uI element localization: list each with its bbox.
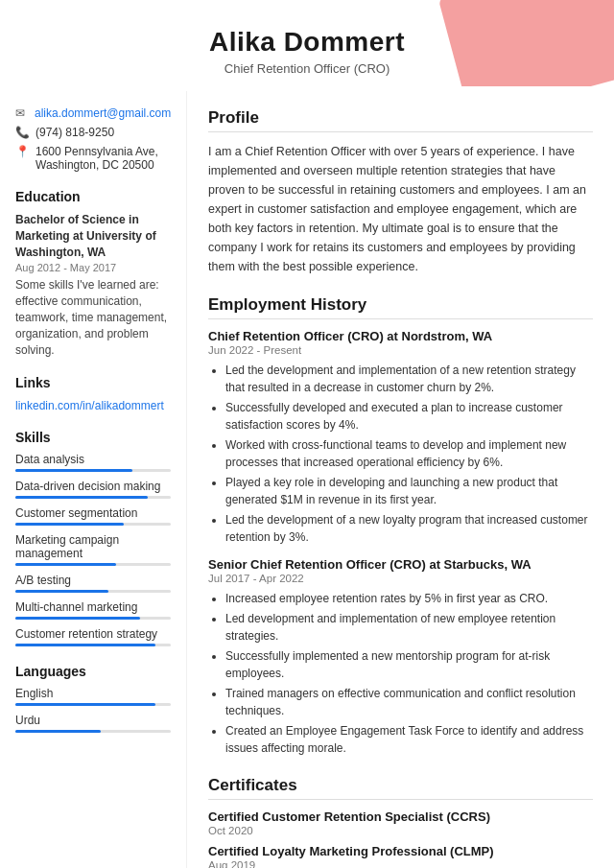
cert-date: Aug 2019 (208, 859, 593, 868)
phone-icon: 📞 (15, 126, 30, 139)
skill-label: Multi-channel marketing (15, 600, 171, 614)
job-bullet: Led the development and implementation o… (225, 362, 593, 396)
email-icon: ✉ (15, 106, 29, 120)
education-description: Some skills I've learned are: effective … (15, 277, 171, 358)
skill-item: Data analysis (15, 453, 171, 472)
language-label: English (15, 687, 171, 700)
job-bullet: Successfully implemented a new mentorshi… (225, 647, 593, 682)
skill-item: Customer segmentation (15, 506, 171, 526)
education-section: Education Bachelor of Science in Marketi… (15, 189, 171, 358)
skill-label: Data analysis (15, 453, 171, 466)
languages-list: English Urdu (15, 687, 171, 733)
profile-text: I am a Chief Retention Officer with over… (208, 142, 593, 276)
cert-date: Oct 2020 (208, 825, 593, 836)
skill-item: Multi-channel marketing (15, 600, 171, 620)
job-bullet: Led the development of a new loyalty pro… (225, 511, 593, 546)
job-title: Chief Retention Officer (CRO) at Nordstr… (208, 329, 593, 343)
language-label: Urdu (15, 714, 171, 727)
languages-section: Languages English Urdu (15, 664, 171, 733)
skill-bar-fill (15, 523, 124, 526)
contact-phone: 📞 (974) 818-9250 (15, 126, 171, 139)
skill-label: A/B testing (15, 574, 171, 587)
job-bullet: Led development and implementation of ne… (225, 610, 593, 645)
skill-bar (15, 523, 171, 526)
skill-bar (15, 644, 171, 646)
certificates-list: Certified Customer Retention Specialist … (208, 809, 593, 868)
language-bar (15, 703, 171, 706)
education-title: Education (15, 189, 171, 204)
language-bar-fill (15, 703, 155, 706)
skill-bar-fill (15, 644, 155, 646)
skill-bar-fill (15, 563, 116, 566)
skill-bar (15, 617, 171, 620)
languages-title: Languages (15, 664, 171, 679)
phone-text: (974) 818-9250 (35, 126, 114, 139)
education-degree: Bachelor of Science in Marketing at Univ… (15, 212, 171, 260)
skill-bar-fill (15, 469, 132, 472)
language-item: English (15, 687, 171, 706)
employment-list: Chief Retention Officer (CRO) at Nordstr… (208, 329, 593, 757)
contact-address: 📍 1600 Pennsylvania Ave, Washington, DC … (15, 145, 171, 172)
header-name: Alika Dommert (19, 27, 595, 58)
job-entry: Senior Chief Retention Officer (CRO) at … (208, 557, 593, 757)
employment-title: Employment History (208, 295, 593, 319)
job-bullet: Increased employee retention rates by 5%… (225, 590, 593, 607)
links-section: Links linkedin.com/in/alikadommert (15, 375, 171, 412)
skill-bar (15, 469, 171, 472)
skill-bar (15, 496, 171, 499)
certificate-entry: Certified Customer Retention Specialist … (208, 809, 593, 836)
skills-section: Skills Data analysis Data-driven decisio… (15, 430, 171, 646)
job-date: Jul 2017 - Apr 2022 (208, 573, 593, 584)
employment-section: Employment History Chief Retention Offic… (208, 295, 593, 757)
linkedin-link[interactable]: linkedin.com/in/alikadommert (15, 399, 164, 412)
skill-bar-fill (15, 617, 140, 620)
language-bar-fill (15, 730, 101, 733)
job-bullet: Trained managers on effective communicat… (225, 685, 593, 719)
links-title: Links (15, 375, 171, 390)
contact-section: ✉ alika.dommert@gmail.com 📞 (974) 818-92… (15, 106, 171, 172)
skill-label: Customer segmentation (15, 506, 171, 520)
certificates-section: Certificates Certified Customer Retentio… (208, 776, 593, 868)
education-date: Aug 2012 - May 2017 (15, 262, 171, 273)
profile-section: Profile I am a Chief Retention Officer w… (208, 108, 593, 276)
body: ✉ alika.dommert@gmail.com 📞 (974) 818-92… (0, 91, 614, 868)
certificate-entry: Certified Loyalty Marketing Professional… (208, 844, 593, 868)
skill-item: Marketing campaign management (15, 533, 171, 566)
header: Alika Dommert Chief Retention Officer (C… (0, 0, 614, 91)
skill-bar-fill (15, 496, 148, 499)
job-title: Senior Chief Retention Officer (CRO) at … (208, 557, 593, 572)
sidebar: ✉ alika.dommert@gmail.com 📞 (974) 818-92… (0, 91, 187, 868)
skill-bar (15, 590, 171, 593)
job-bullets: Increased employee retention rates by 5%… (208, 590, 593, 757)
job-bullet: Played a key role in developing and laun… (225, 474, 593, 508)
skill-item: Data-driven decision making (15, 480, 171, 499)
job-bullet: Successfully developed and executed a pl… (225, 399, 593, 434)
skill-bar-fill (15, 590, 108, 593)
skill-item: A/B testing (15, 574, 171, 593)
cert-name: Certified Customer Retention Specialist … (208, 809, 593, 824)
job-bullets: Led the development and implementation o… (208, 362, 593, 546)
header-title: Chief Retention Officer (CRO) (19, 61, 595, 76)
main-content: Profile I am a Chief Retention Officer w… (187, 91, 614, 868)
skill-label: Data-driven decision making (15, 480, 171, 493)
certificates-title: Certificates (208, 776, 593, 800)
job-date: Jun 2022 - Present (208, 344, 593, 356)
skills-title: Skills (15, 430, 171, 445)
skill-label: Customer retention strategy (15, 627, 171, 641)
contact-email: ✉ alika.dommert@gmail.com (15, 106, 171, 120)
language-item: Urdu (15, 714, 171, 733)
profile-title: Profile (208, 108, 593, 132)
job-bullet: Created an Employee Engagement Task Forc… (225, 722, 593, 757)
skill-bar (15, 563, 171, 566)
location-icon: 📍 (15, 145, 30, 158)
language-bar (15, 730, 171, 733)
cert-name: Certified Loyalty Marketing Professional… (208, 844, 593, 858)
skills-list: Data analysis Data-driven decision makin… (15, 453, 171, 646)
job-bullet: Worked with cross-functional teams to de… (225, 436, 593, 471)
resume-container: Alika Dommert Chief Retention Officer (C… (0, 0, 614, 868)
job-entry: Chief Retention Officer (CRO) at Nordstr… (208, 329, 593, 546)
skill-item: Customer retention strategy (15, 627, 171, 646)
skill-label: Marketing campaign management (15, 533, 171, 560)
address-text: 1600 Pennsylvania Ave, Washington, DC 20… (35, 145, 158, 172)
email-link[interactable]: alika.dommert@gmail.com (35, 106, 171, 120)
